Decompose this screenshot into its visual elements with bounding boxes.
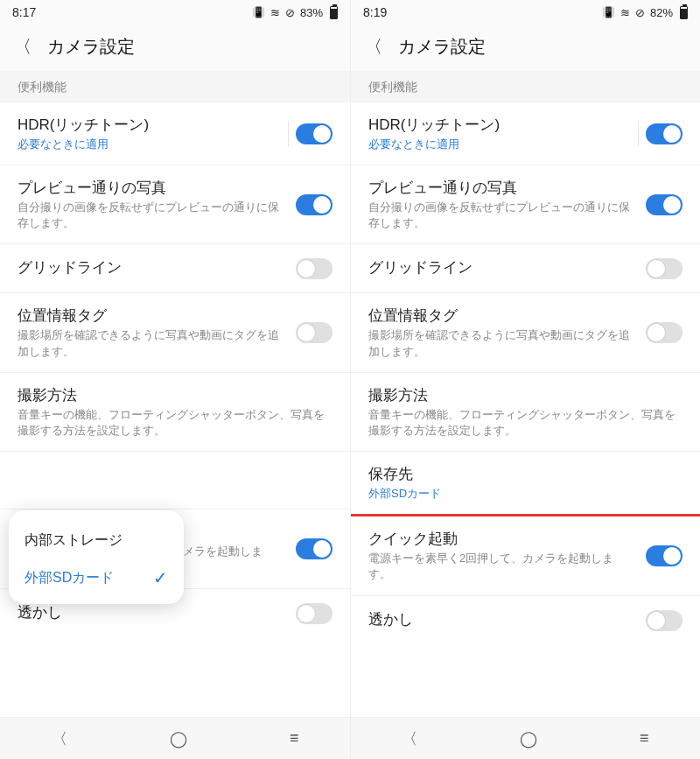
setting-title: 透かし [18,602,285,622]
nav-home-icon[interactable]: ◯ [170,729,187,748]
toggle-grid[interactable] [646,258,682,279]
page-header: 〈 カメラ設定 [0,25,350,71]
setting-title: プレビュー通りの写真 [18,178,285,198]
nav-recent-icon[interactable]: ≡ [290,729,299,748]
settings-list: HDR(リッチトーン) 必要なときに適用 プレビュー通りの写真 自分撮りの画像を… [351,102,700,717]
setting-title: 保存先 [368,464,682,484]
setting-location[interactable]: 位置情報タグ 撮影場所を確認できるように写真や動画にタグを追加します。 [351,293,700,372]
battery-percent: 82% [650,6,673,19]
setting-storage[interactable]: 保存先 外部SDカード [351,452,700,514]
toggle-hdr[interactable] [646,123,682,144]
popup-option-sdcard[interactable]: 外部SDカード ✓ [9,559,184,597]
vibrate-icon [252,6,265,18]
setting-sub: 自分撮りの画像を反転せずにプレビューの通りに保存します。 [368,200,635,231]
divider [288,121,289,147]
setting-title: 撮影方法 [18,385,332,405]
setting-sub: 音量キーの機能、フローティングシャッターボタン、写真を撮影する方法を設定します。 [18,407,332,439]
toggle-location[interactable] [296,322,332,343]
popup-option-label: 内部ストレージ [24,531,122,550]
setting-sub: 撮影場所を確認できるように写真や動画にタグを追加します。 [18,327,285,359]
section-label: 便利機能 [351,71,700,102]
setting-grid[interactable]: グリッドライン [0,244,350,293]
setting-sub: 必要なときに適用 [368,137,627,152]
setting-title: クイック起動 [368,529,635,549]
nav-back-icon[interactable]: 〈 [402,728,417,749]
no-sim-icon [285,6,295,19]
setting-title: グリッドライン [368,257,635,278]
nav-bar: 〈 ◯ ≡ [351,717,700,759]
toggle-location[interactable] [646,322,682,343]
setting-shooting[interactable]: 撮影方法 音量キーの機能、フローティングシャッターボタン、写真を撮影する方法を設… [0,373,350,452]
setting-sub: 撮影場所を確認できるように写真や動画にタグを追加します。 [368,327,635,359]
page-title: カメラ設定 [47,35,135,59]
toggle-watermark[interactable] [646,610,682,631]
storage-popup: 内部ストレージ 外部SDカード ✓ [9,510,184,604]
popup-option-internal[interactable]: 内部ストレージ [9,523,184,559]
setting-title: 位置情報タグ [368,306,635,326]
toggle-preview[interactable] [646,194,682,215]
toggle-grid[interactable] [296,258,332,279]
battery-percent: 83% [300,6,323,19]
setting-grid[interactable]: グリッドライン [351,244,700,293]
setting-sub: 自分撮りの画像を反転せずにプレビューの通りに保存します。 [18,200,285,231]
setting-title: 透かし [368,609,635,629]
no-sim-icon [635,6,645,19]
setting-hdr[interactable]: HDR(リッチトーン) 必要なときに適用 [0,102,350,165]
back-icon[interactable]: 〈 [365,35,382,59]
nav-back-icon[interactable]: 〈 [52,728,67,749]
toggle-quick[interactable] [646,545,682,566]
setting-shooting[interactable]: 撮影方法 音量キーの機能、フローティングシャッターボタン、写真を撮影する方法を設… [351,373,700,452]
toggle-hdr[interactable] [296,123,332,144]
toggle-quick[interactable] [296,538,332,559]
battery-icon [330,6,338,19]
nav-recent-icon[interactable]: ≡ [640,729,649,748]
setting-title: グリッドライン [18,257,285,278]
battery-icon [680,6,688,19]
status-icons: 83% [252,6,338,19]
setting-watermark[interactable]: 透かし [351,596,700,645]
toggle-watermark[interactable] [296,603,332,624]
section-label: 便利機能 [0,71,350,102]
setting-title: HDR(リッチトーン) [18,115,277,135]
setting-title: HDR(リッチトーン) [368,115,627,135]
status-time: 8:17 [12,5,36,19]
setting-sub: 外部SDカード [368,486,682,502]
wifi-icon [270,6,280,19]
setting-title: 位置情報タグ [18,306,285,326]
setting-hdr[interactable]: HDR(リッチトーン) 必要なときに適用 [351,102,700,165]
toggle-preview[interactable] [296,194,332,215]
divider [638,121,639,147]
nav-home-icon[interactable]: ◯ [520,729,537,748]
setting-title: プレビュー通りの写真 [368,178,635,198]
nav-bar: 〈 ◯ ≡ [0,717,350,759]
status-icons: 82% [602,6,688,19]
phone-right: 8:19 82% 〈 カメラ設定 便利機能 HDR(リッチトーン) 必要なときに… [350,0,700,759]
status-bar: 8:19 82% [351,0,700,25]
setting-sub: 音量キーの機能、フローティングシャッターボタン、写真を撮影する方法を設定します。 [368,407,682,439]
status-bar: 8:17 83% [0,0,350,25]
setting-quick[interactable]: クイック起動 電源キーを素早く2回押して、カメラを起動します。 [351,517,700,595]
popup-option-label: 外部SDカード [24,569,114,587]
setting-preview[interactable]: プレビュー通りの写真 自分撮りの画像を反転せずにプレビューの通りに保存します。 [351,165,700,244]
setting-sub: 必要なときに適用 [18,137,277,152]
setting-storage-placeholder [0,452,350,510]
phone-left: 8:17 83% 〈 カメラ設定 便利機能 HDR(リッチトーン) 必要なときに… [0,0,350,759]
setting-location[interactable]: 位置情報タグ 撮影場所を確認できるように写真や動画にタグを追加します。 [0,293,350,372]
setting-preview[interactable]: プレビュー通りの写真 自分撮りの画像を反転せずにプレビューの通りに保存します。 [0,165,350,244]
status-time: 8:19 [363,5,387,19]
page-title: カメラ設定 [398,35,486,59]
setting-title: 撮影方法 [368,385,682,405]
page-header: 〈 カメラ設定 [351,25,700,71]
setting-sub: 電源キーを素早く2回押して、カメラを起動します。 [368,551,635,582]
check-icon: ✓ [153,567,168,588]
vibrate-icon [602,6,615,18]
wifi-icon [620,6,630,19]
settings-list: HDR(リッチトーン) 必要なときに適用 プレビュー通りの写真 自分撮りの画像を… [0,102,350,717]
back-icon[interactable]: 〈 [14,35,32,59]
